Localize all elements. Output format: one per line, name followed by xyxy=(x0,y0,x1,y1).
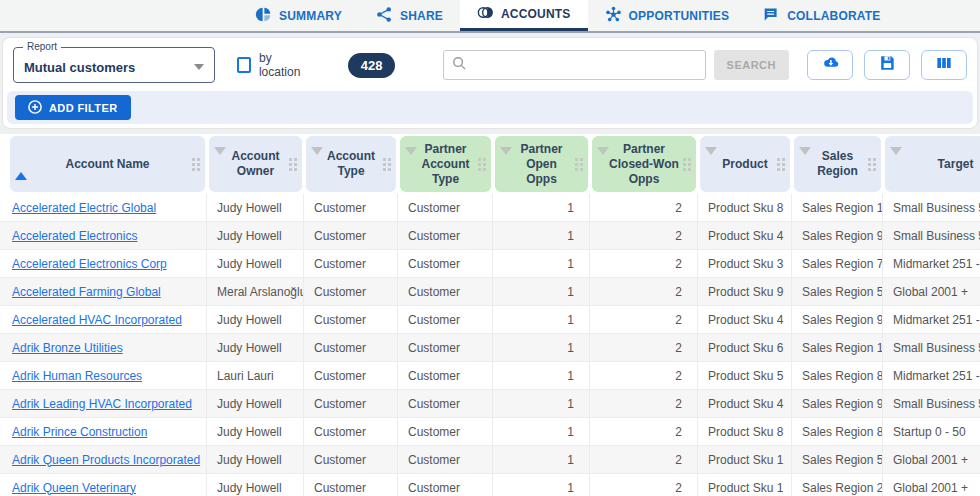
sort-icon[interactable] xyxy=(500,147,512,172)
account-link[interactable]: Adrik Queen Products Incorporated xyxy=(12,453,200,467)
search-input[interactable] xyxy=(473,58,696,72)
account-link[interactable]: Adrik Prince Construction xyxy=(12,425,147,439)
column-header-product[interactable]: Product xyxy=(700,136,790,192)
column-header-account-type[interactable]: Account Type xyxy=(306,136,396,192)
table-row: Accelerated Electronics CorpJudy HowellC… xyxy=(0,250,980,278)
download-button[interactable] xyxy=(807,50,853,80)
column-header-partner-account-type[interactable]: Partner Account Type xyxy=(400,136,491,192)
cell-partner-open-opps: 1 xyxy=(493,474,590,496)
cell-account-type: Customer xyxy=(304,222,398,249)
cell-partner-open-opps: 1 xyxy=(493,446,590,473)
tab-accounts[interactable]: ACCOUNTS xyxy=(460,0,588,31)
sort-icon[interactable] xyxy=(799,147,811,172)
column-header-partner-closed-won-opps[interactable]: Partner Closed-Won Opps xyxy=(592,136,696,192)
search-icon xyxy=(452,56,467,75)
sort-icon[interactable] xyxy=(705,147,717,172)
cell-partner-closed-won-opps: 2 xyxy=(590,390,698,417)
drag-handle-icon[interactable] xyxy=(682,157,691,171)
account-link[interactable]: Accelerated Farming Global xyxy=(12,285,161,299)
column-header-account-name[interactable]: Account Name xyxy=(10,136,205,192)
drag-handle-icon[interactable] xyxy=(191,157,200,171)
cell-partner-closed-won-opps: 2 xyxy=(590,278,698,305)
cell-partner-open-opps: 1 xyxy=(493,334,590,361)
sort-icon[interactable] xyxy=(214,147,226,172)
sort-icon[interactable] xyxy=(311,147,323,172)
tab-collaborate[interactable]: COLLABORATE xyxy=(746,0,897,31)
sort-ascending-icon[interactable] xyxy=(15,155,27,180)
drag-handle-icon[interactable] xyxy=(288,157,297,171)
cell-product: Product Sku 3 xyxy=(698,250,792,277)
cell-target: Global 2001 + xyxy=(883,278,980,305)
cell-product: Product Sku 9 xyxy=(698,278,792,305)
cell-partner-open-opps: 1 xyxy=(493,362,590,389)
cell-partner-account-type: Customer xyxy=(398,390,493,417)
tab-bar-spacer xyxy=(0,0,238,31)
column-header-partner-open-opps[interactable]: Partner Open Opps xyxy=(495,136,588,192)
cell-sales-region: Sales Region 7 xyxy=(792,250,883,277)
cell-partner-closed-won-opps: 2 xyxy=(590,334,698,361)
drag-handle-icon[interactable] xyxy=(382,157,391,171)
drag-handle-icon[interactable] xyxy=(574,157,583,171)
cell-target: Small Business 51 xyxy=(883,194,980,221)
tab-summary[interactable]: SUMMARY xyxy=(238,0,359,31)
add-filter-button[interactable]: ADD FILTER xyxy=(15,95,131,120)
table-row: Adrik Bronze UtilitiesJudy HowellCustome… xyxy=(0,334,980,362)
tab-share[interactable]: SHARE xyxy=(359,0,460,31)
account-link[interactable]: Accelerated Electronics Corp xyxy=(12,257,167,271)
table-row: Adrik Queen VeterinaryJudy HowellCustome… xyxy=(0,474,980,496)
cell-partner-open-opps: 1 xyxy=(493,306,590,333)
by-location-checkbox[interactable] xyxy=(237,57,251,73)
cell-account-name: Accelerated Farming Global xyxy=(8,278,207,305)
column-header-label: Target xyxy=(902,157,980,172)
report-select-value: Mutual customers xyxy=(24,60,194,75)
cell-sales-region: Sales Region 2 xyxy=(792,474,883,496)
drag-handle-icon[interactable] xyxy=(867,157,876,171)
columns-button[interactable] xyxy=(921,50,967,80)
cell-product: Product Sku 4 xyxy=(698,306,792,333)
save-button[interactable] xyxy=(864,50,910,80)
report-select[interactable]: Report Mutual customers xyxy=(13,47,215,83)
sort-icon[interactable] xyxy=(405,147,417,172)
column-header-target[interactable]: Target xyxy=(885,136,980,192)
sort-icon[interactable] xyxy=(890,147,902,172)
column-header-label: Account Name xyxy=(27,157,188,172)
cell-partner-open-opps: 1 xyxy=(493,390,590,417)
column-header-account-owner[interactable]: Account Owner xyxy=(209,136,302,192)
tab-opportunities[interactable]: OPPORTUNITIES xyxy=(588,0,747,31)
account-link[interactable]: Adrik Bronze Utilities xyxy=(12,341,123,355)
by-location-checkbox-wrap[interactable]: by location xyxy=(237,51,306,79)
table-row: Adrik Human ResourcesLauri LauriCustomer… xyxy=(0,362,980,390)
account-link[interactable]: Accelerated Electronics xyxy=(12,229,137,243)
sort-icon[interactable] xyxy=(597,147,609,172)
network-icon xyxy=(605,6,622,26)
account-link[interactable]: Accelerated Electric Global xyxy=(12,201,156,215)
cell-partner-open-opps: 1 xyxy=(493,222,590,249)
cell-product: Product Sku 1 xyxy=(698,446,792,473)
column-header-label: Account Type xyxy=(323,149,379,179)
search-box[interactable] xyxy=(443,50,705,80)
cell-target: Small Business 51 xyxy=(883,222,980,249)
drag-handle-icon[interactable] xyxy=(776,157,785,171)
record-count-badge: 428 xyxy=(348,53,396,78)
cell-account-owner: Judy Howell xyxy=(207,194,304,221)
account-link[interactable]: Adrik Queen Veterinary xyxy=(12,481,136,495)
table-header-row: Account NameAccount OwnerAccount TypePar… xyxy=(0,134,980,194)
cell-target: Midmarket 251 - 2 xyxy=(883,362,980,389)
column-header-sales-region[interactable]: Sales Region xyxy=(794,136,881,192)
cell-account-owner: Judy Howell xyxy=(207,334,304,361)
tab-label: SHARE xyxy=(400,9,443,23)
cell-product: Product Sku 1 xyxy=(698,474,792,496)
cell-partner-account-type: Customer xyxy=(398,278,493,305)
cell-target: Global 2001 + xyxy=(883,446,980,473)
toolbar-icon-buttons xyxy=(807,50,967,80)
search-button[interactable]: SEARCH xyxy=(714,50,789,80)
account-link[interactable]: Adrik Human Resources xyxy=(12,369,142,383)
drag-handle-icon[interactable] xyxy=(477,157,486,171)
cell-account-name: Adrik Prince Construction xyxy=(8,418,207,445)
account-link[interactable]: Adrik Leading HVAC Incorporated xyxy=(12,397,192,411)
account-link[interactable]: Accelerated HVAC Incorporated xyxy=(12,313,182,327)
cell-account-name: Accelerated Electric Global xyxy=(8,194,207,221)
cell-partner-account-type: Customer xyxy=(398,334,493,361)
venn-circles-icon xyxy=(477,4,494,24)
cell-account-owner: Judy Howell xyxy=(207,306,304,333)
